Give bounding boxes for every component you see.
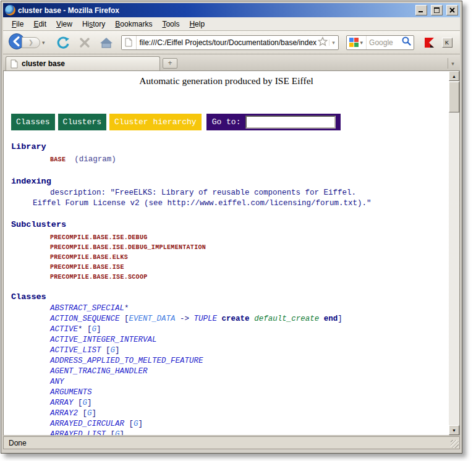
- subcluster-item: PRECOMPILE.BASE.ISE.DEBUG: [50, 233, 449, 243]
- subcluster-item: PRECOMPILE.BASE.ISE.SCOOP: [50, 273, 449, 282]
- menu-bookmarks[interactable]: Bookmarks: [110, 18, 157, 30]
- text-segment: ->: [176, 315, 194, 323]
- text-segment: [: [101, 346, 111, 355]
- firefox-window: cluster base - Mozilla Firefox FileEditV…: [1, 1, 462, 454]
- search-box[interactable]: ▾ Google: [346, 35, 414, 50]
- search-input[interactable]: Google: [367, 38, 399, 47]
- class-row: ARRAYED_LIST [G]: [50, 429, 449, 435]
- scroll-down-icon[interactable]: ▼: [449, 425, 459, 435]
- menu-tools[interactable]: Tools: [157, 18, 184, 30]
- document-page: Automatic generation produced by ISE Eif…: [4, 71, 449, 435]
- tab-bar: cluster base + ▾: [3, 54, 460, 70]
- vertical-scrollbar[interactable]: ▲ ▼: [449, 71, 459, 435]
- class-link[interactable]: ABSTRACT_SPECIAL: [50, 304, 124, 313]
- class-row: ABSTRACT_SPECIAL*: [50, 303, 449, 314]
- text-segment: G: [134, 420, 138, 428]
- class-row: ACTION_SEQUENCE [EVENT_DATA -> TUPLE cre…: [50, 314, 449, 324]
- tab-cluster-base[interactable]: cluster base: [6, 56, 160, 70]
- resize-grip[interactable]: [451, 440, 459, 448]
- class-link[interactable]: ADDRESS_APPLIED_TO_MELTED_FEATURE: [50, 357, 203, 365]
- history-dropdown-icon[interactable]: ▾: [40, 40, 47, 46]
- maximize-icon: [434, 7, 440, 13]
- class-link[interactable]: ARGUMENTS: [50, 388, 92, 397]
- window-title: cluster base - Mozilla Firefox: [18, 6, 412, 15]
- menu-edit[interactable]: Edit: [28, 18, 51, 30]
- menu-help[interactable]: Help: [184, 18, 210, 30]
- class-link[interactable]: ARRAY: [50, 399, 74, 407]
- class-link[interactable]: ACTIVE: [50, 325, 78, 334]
- indexing-description-line1: description: "FreeELKS: Library of reusa…: [50, 188, 449, 198]
- class-link[interactable]: TUPLE: [194, 315, 218, 323]
- text-segment: G: [115, 430, 120, 435]
- scroll-up-icon[interactable]: ▲: [449, 71, 459, 81]
- stop-button[interactable]: [79, 37, 90, 48]
- minimize-button[interactable]: [415, 5, 427, 15]
- text-segment: [: [124, 420, 134, 428]
- address-bar[interactable]: file:///C:/Eiffel Projects/tour/Document…: [121, 35, 339, 50]
- indexing-heading: indexing: [11, 177, 449, 186]
- navigation-toolbar: ❯ ▾ file:///C:/Eiffel Projects/tour/Docu…: [3, 31, 460, 54]
- status-bar: Done: [3, 436, 460, 449]
- class-link[interactable]: ARRAYED_CIRCULAR: [50, 420, 124, 428]
- search-go-icon[interactable]: [399, 36, 414, 48]
- class-row: ACTIVE* [G]: [50, 324, 449, 335]
- class-link[interactable]: ANY: [50, 378, 64, 386]
- menu-history[interactable]: History: [77, 18, 110, 30]
- subclusters-list: PRECOMPILE.BASE.ISE.DEBUGPRECOMPILE.BASE…: [50, 233, 449, 282]
- nav-button-clusters[interactable]: Clusters: [58, 114, 106, 130]
- text-segment: ]: [92, 409, 97, 418]
- page-nav-row: ClassesClustersCluster hierarchy Go to:: [11, 114, 449, 130]
- menu-view[interactable]: View: [51, 18, 77, 30]
- keyboard-layout-label: K: [442, 38, 453, 48]
- text-segment: ]: [338, 315, 342, 323]
- class-row: ARRAY [G]: [50, 398, 449, 408]
- text-segment: EVENT_DATA: [129, 315, 176, 323]
- url-dropdown-icon[interactable]: ▾: [329, 40, 338, 46]
- goto-input[interactable]: [245, 116, 336, 129]
- reload-button[interactable]: [56, 36, 70, 49]
- firefox-icon: [5, 5, 15, 15]
- kaspersky-icon[interactable]: [423, 36, 436, 49]
- classes-heading: Classes: [11, 292, 449, 302]
- text-segment: * [: [78, 325, 92, 334]
- scrollbar-thumb[interactable]: [449, 82, 459, 112]
- class-link[interactable]: ACTIVE_LIST: [50, 346, 101, 355]
- text-segment: end: [324, 315, 338, 323]
- diagram-link[interactable]: (diagram): [74, 155, 116, 164]
- nav-button-cluster-hierarchy[interactable]: Cluster hierarchy: [109, 114, 202, 130]
- text-segment: [: [78, 409, 87, 418]
- search-engine-dropdown-icon[interactable]: ▾: [359, 40, 365, 46]
- class-row: ARRAYED_CIRCULAR [G]: [50, 419, 449, 429]
- goto-panel: Go to:: [206, 114, 341, 130]
- class-link[interactable]: ACTION_SEQUENCE: [50, 315, 120, 323]
- goto-label: Go to:: [212, 117, 241, 127]
- url-text[interactable]: file:///C:/Eiffel Projects/tour/Document…: [137, 38, 317, 47]
- text-segment: [: [120, 315, 129, 323]
- keyboard-layout-button[interactable]: K: [442, 38, 453, 48]
- forward-button[interactable]: ❯: [22, 37, 40, 48]
- bookmark-star-icon[interactable]: [317, 36, 329, 49]
- new-tab-button[interactable]: +: [163, 58, 177, 69]
- subcluster-item: PRECOMPILE.BASE.ISE.DEBUG_IMPLEMENTATION: [50, 243, 449, 253]
- title-bar: cluster base - Mozilla Firefox: [3, 3, 460, 17]
- class-link[interactable]: ARRAY2: [50, 409, 78, 418]
- text-segment: ]: [115, 346, 120, 355]
- classes-list: ABSTRACT_SPECIAL*ACTION_SEQUENCE [EVENT_…: [50, 303, 449, 435]
- nav-button-classes[interactable]: Classes: [11, 114, 55, 130]
- home-button[interactable]: [100, 36, 113, 49]
- menu-file[interactable]: File: [7, 18, 28, 30]
- tab-list-dropdown-icon[interactable]: ▾: [448, 58, 457, 69]
- text-segment: ]: [96, 325, 101, 334]
- subcluster-item: PRECOMPILE.BASE.ELKS: [50, 253, 449, 263]
- status-text: Done: [4, 439, 27, 447]
- text-segment: [250, 315, 255, 323]
- class-link[interactable]: ARRAYED_LIST: [50, 430, 106, 435]
- text-segment: G: [111, 346, 116, 355]
- page-banner: Automatic generation produced by ISE Eif…: [4, 75, 449, 87]
- class-link[interactable]: ACTIVE_INTEGER_INTERVAL: [50, 336, 157, 344]
- close-button[interactable]: [446, 5, 458, 15]
- class-row: AGENT_TRACING_HANDLER: [50, 366, 449, 377]
- maximize-button[interactable]: [431, 5, 443, 15]
- class-link[interactable]: AGENT_TRACING_HANDLER: [50, 367, 148, 376]
- search-engine-icon[interactable]: ▾: [347, 36, 367, 49]
